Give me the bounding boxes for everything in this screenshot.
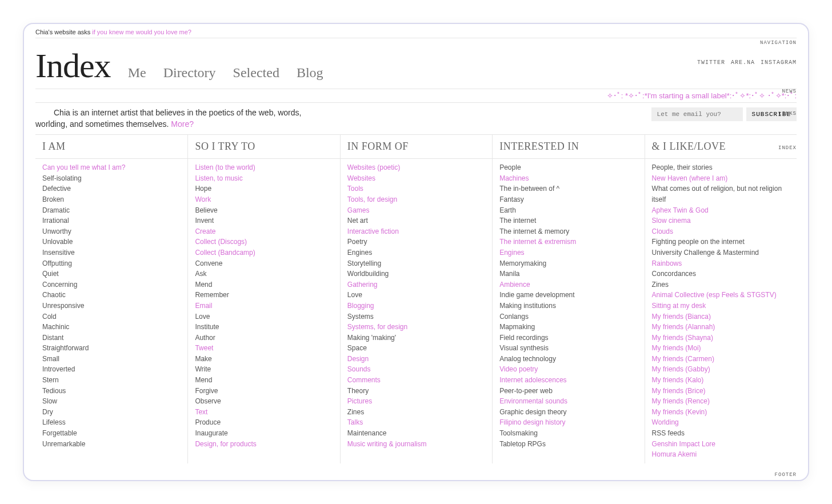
index-item[interactable]: Filipino design history — [499, 417, 637, 428]
index-item[interactable]: My friends (Brice) — [652, 386, 790, 397]
index-item: Distant — [42, 333, 181, 343]
index-item: Convene — [195, 258, 333, 269]
index-item: Hope — [195, 183, 333, 194]
nav-directory[interactable]: Directory — [163, 65, 216, 81]
column-body: Listen (to the world)Listen, to musicHop… — [188, 159, 339, 453]
index-item[interactable]: Systems, for design — [347, 322, 485, 333]
index-item[interactable]: Websites — [347, 173, 485, 184]
index-item: Broken — [42, 194, 181, 205]
index-item[interactable]: Talks — [347, 417, 485, 428]
subscribe-input[interactable] — [651, 107, 743, 121]
index-item: Engines — [347, 247, 485, 258]
tagline: Chia's website asks if you knew me would… — [35, 24, 797, 38]
index-item: Chaotic — [42, 290, 181, 301]
index-item: Fighting people on the internet — [652, 237, 790, 247]
column-head: I AM — [35, 135, 187, 159]
index-item: Manila — [499, 269, 637, 279]
index-columns: I AMCan you tell me what I am?Self-isola… — [35, 134, 797, 463]
index-item: Believe — [195, 205, 333, 216]
index-item[interactable]: The internet & extremism — [499, 237, 637, 247]
index-item: Forgettable — [42, 428, 181, 439]
index-item: Theory — [347, 386, 485, 397]
column-body: Websites (poetic)WebsitesToolsTools, for… — [341, 159, 492, 453]
page-frame: Chia's website asks if you knew me would… — [23, 23, 809, 481]
logo[interactable]: Index — [35, 49, 111, 83]
index-item[interactable]: New Haven (where I am) — [652, 173, 790, 184]
index-item[interactable]: Pictures — [347, 396, 485, 407]
index-item[interactable]: Music writing & journalism — [347, 439, 485, 450]
index-item[interactable]: Sitting at my desk — [652, 301, 790, 311]
index-item[interactable]: My friends (Gabby) — [652, 364, 790, 375]
index-item[interactable]: Email — [195, 301, 333, 311]
news-marquee[interactable]: ✧･ﾟ: *✧･ﾟ:*I'm starting a small label*:･… — [35, 89, 797, 102]
column-2: IN FORM OFWebsites (poetic)WebsitesTools… — [340, 135, 492, 463]
index-item[interactable]: Tools, for design — [347, 194, 485, 205]
index-item[interactable]: Work — [195, 194, 333, 205]
index-item[interactable]: My friends (Alannah) — [652, 322, 790, 333]
social-twitter[interactable]: TWITTER — [697, 59, 725, 66]
index-item[interactable]: Websites (poetic) — [347, 162, 485, 173]
index-item: Lifeless — [42, 417, 181, 428]
index-item[interactable]: Design, for products — [195, 439, 333, 450]
column-3: INTERESTED INPeopleMachinesThe in-betwee… — [492, 135, 644, 463]
index-item[interactable]: My friends (Kalo) — [652, 375, 790, 386]
index-item: Write — [195, 364, 333, 375]
nav-me[interactable]: Me — [128, 65, 146, 81]
index-item: Forgive — [195, 386, 333, 397]
index-item[interactable]: Tools — [347, 183, 485, 194]
index-item: Tabletop RPGs — [499, 439, 637, 450]
index-item[interactable]: Internet adolescences — [499, 375, 637, 386]
index-item[interactable]: Engines — [499, 247, 637, 258]
index-item[interactable]: Gathering — [347, 279, 485, 290]
index-item[interactable]: Machines — [499, 173, 637, 184]
index-item[interactable]: My friends (Rence) — [652, 396, 790, 407]
index-item[interactable]: My friends (Moi) — [652, 343, 790, 354]
section-label-footer: FOOTER — [775, 472, 797, 478]
index-item[interactable]: My friends (Bianca) — [652, 311, 790, 322]
index-item[interactable]: My friends (Carmen) — [652, 354, 790, 365]
index-item[interactable]: My friends (Kevin) — [652, 407, 790, 418]
index-item[interactable]: My friends (Shayna) — [652, 333, 790, 343]
index-item: Net art — [347, 215, 485, 226]
index-item[interactable]: Comments — [347, 375, 485, 386]
index-item: Poetry — [347, 237, 485, 247]
index-item[interactable]: Collect (Discogs) — [195, 237, 333, 247]
index-item[interactable]: Games — [347, 205, 485, 216]
index-item: Making 'making' — [347, 333, 485, 343]
column-1: SO I TRY TOListen (to the world)Listen, … — [187, 135, 339, 463]
index-item[interactable]: Listen, to music — [195, 173, 333, 184]
index-item[interactable]: Can you tell me what I am? — [42, 162, 181, 173]
nav-row: Index Me Directory Selected Blog — [35, 38, 797, 89]
social-instagram[interactable]: INSTAGRAM — [761, 59, 797, 66]
index-item: Analog technology — [499, 354, 637, 365]
index-item[interactable]: Genshin Impact Lore — [652, 439, 790, 450]
index-item[interactable]: Listen (to the world) — [195, 162, 333, 173]
tagline-question[interactable]: if you knew me would you love me? — [92, 29, 191, 35]
index-item[interactable]: Worlding — [652, 417, 790, 428]
index-item[interactable]: Aphex Twin & God — [652, 205, 790, 216]
index-item[interactable]: Collect (Bandcamp) — [195, 247, 333, 258]
index-item[interactable]: Clouds — [652, 226, 790, 237]
index-item: Slow — [42, 396, 181, 407]
index-item[interactable]: Slow cinema — [652, 215, 790, 226]
nav-blog[interactable]: Blog — [297, 65, 323, 81]
index-item[interactable]: Sounds — [347, 364, 485, 375]
index-item[interactable]: Rainbows — [652, 258, 790, 269]
index-item[interactable]: Video poetry — [499, 364, 637, 375]
nav-selected[interactable]: Selected — [233, 65, 279, 81]
index-item[interactable]: Homura Akemi — [652, 449, 790, 460]
index-item[interactable]: Create — [195, 226, 333, 237]
index-item[interactable]: Design — [347, 354, 485, 365]
column-head: SO I TRY TO — [188, 135, 339, 159]
index-item[interactable]: Text — [195, 407, 333, 418]
index-item[interactable]: Interactive fiction — [347, 226, 485, 237]
social-links: TWITTER ARE.NA INSTAGRAM — [697, 59, 797, 66]
intro-more-link[interactable]: More? — [171, 119, 194, 129]
index-item[interactable]: Environmental sounds — [499, 396, 637, 407]
index-item[interactable]: Tweet — [195, 343, 333, 354]
index-item[interactable]: Animal Collective (esp Feels & STGSTV) — [652, 290, 790, 301]
index-item: Unremarkable — [42, 439, 181, 450]
social-arena[interactable]: ARE.NA — [731, 59, 755, 66]
index-item[interactable]: Ambience — [499, 279, 637, 290]
index-item[interactable]: Blogging — [347, 301, 485, 311]
